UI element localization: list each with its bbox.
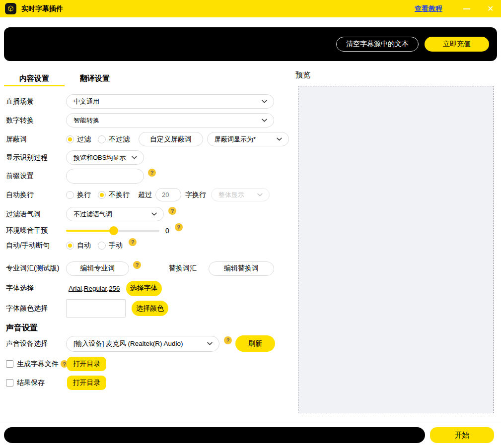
footer-divider [0,423,501,423]
wrap-no-label[interactable]: 不换行 [109,191,130,199]
live-scene-select[interactable]: 中文通用 [66,94,274,109]
wrap-over-label: 超过 [138,191,152,199]
auto-wrap-label: 自动换行 [6,191,66,199]
font-color-label: 字体颜色选择 [6,304,66,313]
chevron-down-icon [277,137,282,141]
close-button[interactable]: ✕ [483,3,498,15]
sound-settings-title: 声音设置 [6,323,38,333]
chevron-down-icon [262,119,267,122]
block-nofilter-radio[interactable] [98,135,106,143]
noise-label: 环境噪音干预 [6,226,66,235]
result-save-checkbox[interactable] [6,379,13,386]
wrap-suffix-label: 字换行 [185,191,206,199]
block-nofilter-label[interactable]: 不过滤 [109,135,130,144]
noise-slider-thumb[interactable] [109,226,118,235]
prefix-label: 前缀设置 [6,172,66,181]
app-title: 实时字幕插件 [21,4,63,13]
sound-device-help-icon[interactable]: ? [224,336,232,344]
seg-auto-label[interactable]: 自动 [77,241,91,250]
start-button[interactable]: 开始 [430,427,494,443]
wrap-count-input[interactable] [155,188,181,201]
professional-words-help-icon[interactable]: ? [133,261,141,269]
show-process-value: 预览和OBS均显示 [73,153,126,162]
blocked-words-display-select[interactable]: 屏蔽词显示为* [207,132,289,146]
live-scene-row: 直播场景 中文通用 [6,94,274,109]
clear-subtitle-source-button[interactable]: 清空字幕源中的文本 [336,37,419,52]
current-font-link[interactable]: Arial,Regular,256 [69,285,120,292]
font-select-label: 字体选择 [6,284,66,293]
cube-icon [7,5,14,12]
filter-modal-row: 过滤语气词 不过滤语气词 ? [6,207,176,221]
show-process-row: 显示识别过程 预览和OBS均显示 [6,150,144,165]
seg-manual-label[interactable]: 手动 [109,241,123,250]
preview-title: 预览 [295,70,310,80]
blocked-words-label: 屏蔽词 [6,135,66,144]
auto-wrap-row: 自动换行 换行 不换行 超过 字换行 整体显示 [6,188,270,201]
tab-translate-settings[interactable]: 翻译设置 [65,71,125,86]
segmentation-help-icon[interactable]: ? [129,238,137,246]
open-subtitle-dir-button[interactable]: 打开目录 [67,357,106,371]
sound-device-select[interactable]: [输入设备] 麦克风 (Realtek(R) Audio) [66,336,219,352]
professional-words-label: 专业词汇(测试版) [6,264,66,273]
noise-help-icon[interactable]: ? [175,223,183,231]
choose-color-button[interactable]: 选择颜色 [132,301,168,316]
result-save-row: 结果保存 打开目录 [6,376,45,390]
block-filter-label[interactable]: 过滤 [77,135,91,144]
wrap-mode-value: 整体显示 [218,191,244,199]
segmentation-row: 自动/手动断句 自动 手动 ? [6,241,137,250]
edit-replace-words-button[interactable]: 编辑替换词 [209,261,274,276]
chevron-down-icon [207,342,213,345]
titlebar: 实时字幕插件 查看教程 ✕ [0,0,501,17]
subtitle-file-label[interactable]: 生成字幕文件 [17,360,59,369]
segmentation-label: 自动/手动断句 [6,241,66,250]
seg-manual-radio[interactable] [98,242,106,250]
custom-blocked-words-button[interactable]: 自定义屏蔽词 [139,132,203,146]
show-process-label: 显示识别过程 [6,153,66,162]
filter-modal-value: 不过滤语气词 [73,210,112,219]
app-logo-cube-icon [5,3,16,14]
open-result-dir-button[interactable]: 打开目录 [67,376,106,390]
result-save-label[interactable]: 结果保存 [17,379,45,387]
status-bar [4,427,425,443]
prefix-help-icon[interactable]: ? [148,169,156,177]
block-filter-radio[interactable] [66,135,74,143]
chevron-down-icon [151,212,157,216]
blocked-words-row: 屏蔽词 过滤 不过滤 自定义屏蔽词 屏蔽词显示为* [6,132,289,146]
wrap-no-radio[interactable] [98,191,106,199]
filter-modal-help-icon[interactable]: ? [168,207,176,215]
noise-slider[interactable] [66,226,159,235]
sound-device-value: [输入设备] 麦克风 (Realtek(R) Audio) [73,339,183,348]
choose-font-button[interactable]: 选择字体 [126,281,162,296]
edit-professional-words-button[interactable]: 编辑专业词 [66,261,129,276]
live-scene-label: 直播场景 [6,97,66,106]
tab-content-settings[interactable]: 内容设置 [4,71,65,86]
number-convert-select[interactable]: 智能转换 [66,113,274,128]
wrap-yes-radio[interactable] [66,191,74,199]
blocked-words-display-value: 屏蔽词显示为* [215,135,256,144]
number-convert-label: 数字转换 [6,116,66,125]
tutorial-link[interactable]: 查看教程 [415,4,442,13]
filter-modal-select[interactable]: 不过滤语气词 [66,207,164,221]
seg-auto-radio[interactable] [66,242,74,250]
live-scene-value: 中文通用 [73,97,99,106]
noise-row: 环境噪音干预 0 ? [6,224,183,237]
chevron-down-icon [262,100,267,103]
replace-words-label: 替换词汇 [169,264,197,273]
show-process-select[interactable]: 预览和OBS均显示 [66,150,144,165]
wrap-mode-select[interactable]: 整体显示 [211,188,270,201]
filter-modal-label: 过滤语气词 [6,210,66,219]
subtitle-file-checkbox[interactable] [6,360,13,368]
font-color-input[interactable] [66,299,126,318]
top-banner: 清空字幕源中的文本 立即充值 [4,27,497,61]
chevron-down-icon [257,193,263,196]
prefix-input[interactable] [66,169,144,184]
professional-words-row: 专业词汇(测试版) 编辑专业词 ? 替换词汇 编辑替换词 [6,261,277,276]
sound-device-label: 声音设备选择 [6,339,66,348]
refresh-device-button[interactable]: 刷新 [235,335,275,352]
subtitle-file-row: 生成字幕文件 ? 打开目录 [6,357,68,371]
number-convert-value: 智能转换 [73,116,99,125]
wrap-yes-label[interactable]: 换行 [77,191,91,199]
recharge-button[interactable]: 立即充值 [425,37,489,52]
minimize-button[interactable] [459,3,474,15]
number-convert-row: 数字转换 智能转换 [6,113,274,128]
